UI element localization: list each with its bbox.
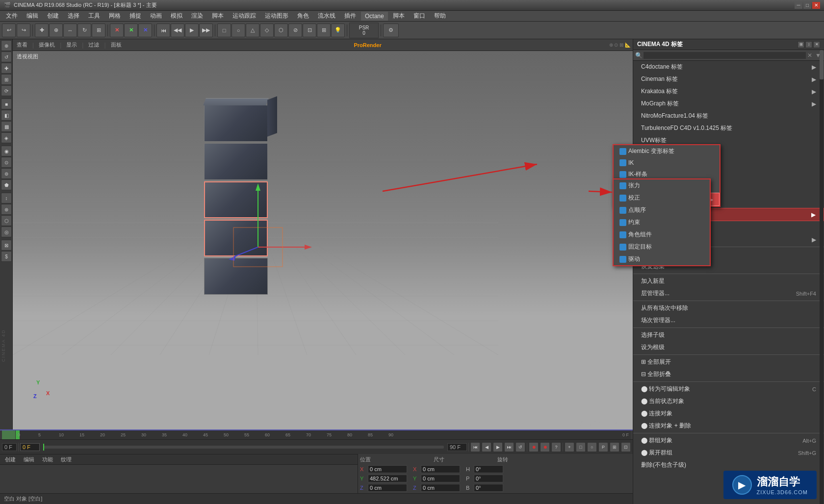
obj-btn-3[interactable]: △ xyxy=(246,24,259,37)
play-back-btn[interactable]: ◀◀ xyxy=(171,24,184,37)
pos-z-input[interactable] xyxy=(368,484,407,492)
left-btn-16[interactable]: ⬡ xyxy=(1,215,12,226)
tag-add-new[interactable]: 加入新星 xyxy=(633,275,824,287)
size-x-input[interactable] xyxy=(421,465,460,473)
timeline-btn[interactable]: ⊞ xyxy=(610,442,619,452)
pos-y-input[interactable] xyxy=(368,475,407,482)
kf-tab-func[interactable]: 功能 xyxy=(39,456,56,463)
menu-tools[interactable]: 工具 xyxy=(84,11,104,21)
search-input[interactable] xyxy=(643,51,806,59)
key-mode-btn[interactable]: □ xyxy=(576,442,586,452)
scale-button[interactable]: ↔ xyxy=(63,24,77,37)
menu-animate[interactable]: 动画 xyxy=(146,11,166,21)
sub2-fixed-target[interactable]: 固定目标 xyxy=(614,241,710,253)
vp-display[interactable]: 显示 xyxy=(64,41,79,49)
tag-cineman[interactable]: Cineman 标签▶ xyxy=(633,73,824,85)
go-start-btn[interactable]: ⏮ xyxy=(470,442,480,452)
loop-btn[interactable]: ↺ xyxy=(515,442,525,452)
menu-create[interactable]: 创建 xyxy=(43,11,63,21)
menu-script2[interactable]: 脚本 xyxy=(389,11,409,21)
menu-snap[interactable]: 捕捉 xyxy=(126,11,145,21)
menu-render[interactable]: 渲染 xyxy=(187,11,207,21)
left-btn-14[interactable]: ↕ xyxy=(1,193,12,203)
tag-scene-mgr[interactable]: 场次管理器... xyxy=(633,314,824,327)
tag-cur-state[interactable]: ⬤ 当前状态对象 xyxy=(633,395,824,407)
left-btn-19[interactable]: $ xyxy=(1,251,12,262)
sub2-point-order[interactable]: 点顺序 xyxy=(614,204,710,216)
close-button[interactable]: ✕ xyxy=(812,2,820,9)
menu-edit[interactable]: 编辑 xyxy=(23,11,42,21)
tag-c4doctane[interactable]: C4doctane 标签▶ xyxy=(633,61,824,73)
right-panel-scrollbar[interactable] xyxy=(820,50,824,504)
panel-btn-1[interactable]: ⊞ xyxy=(798,41,804,48)
play-end-btn[interactable]: ▶▶ xyxy=(199,24,213,37)
kf-tab-edit[interactable]: 编辑 xyxy=(21,456,37,463)
kf-tab-texture[interactable]: 纹理 xyxy=(58,456,75,463)
tag-select-child[interactable]: 选择子级 xyxy=(633,329,824,341)
obj-btn-8[interactable]: ⊞ xyxy=(317,24,331,37)
size-y-input[interactable] xyxy=(421,475,460,482)
render-settings-btn[interactable]: ⚙ xyxy=(383,24,399,37)
left-btn-12[interactable]: ⊚ xyxy=(1,168,12,179)
tag-connect-del[interactable]: ⬤ 连接对象 + 删除 xyxy=(633,420,824,432)
left-btn-4[interactable]: ⊞ xyxy=(1,74,12,85)
play-btn[interactable]: ⏮ xyxy=(156,24,170,37)
menu-pipeline[interactable]: 流水线 xyxy=(314,11,339,21)
tag-mograph[interactable]: MoGraph 标签▶ xyxy=(633,98,824,110)
menu-window[interactable]: 窗口 xyxy=(410,11,429,21)
vp-view[interactable]: 查看 xyxy=(15,41,29,49)
size-z-input[interactable] xyxy=(421,484,460,492)
play-fwd-btn[interactable]: ▶ xyxy=(185,24,199,37)
tag-set-root[interactable]: 设为根级 xyxy=(633,341,824,353)
motion-btn[interactable]: P xyxy=(598,442,608,452)
tag-expand-all[interactable]: ⊞ 全部展开 xyxy=(633,356,824,368)
obj-btn-9[interactable]: 💡 xyxy=(331,24,345,37)
sub-alembic[interactable]: Alembic 变形标签 xyxy=(614,145,720,157)
tag-krakatoa[interactable]: Krakatoa 标签▶ xyxy=(633,85,824,98)
settings-transport-btn[interactable]: ⊡ xyxy=(621,442,631,452)
left-btn-7[interactable]: ◧ xyxy=(1,110,12,121)
search-clear-icon[interactable]: ✕ xyxy=(807,52,814,59)
snap-to-key-btn[interactable]: + xyxy=(565,442,574,452)
menu-plugins[interactable]: 插件 xyxy=(340,11,360,21)
minimize-button[interactable]: ─ xyxy=(795,2,802,9)
left-btn-18[interactable]: ⊠ xyxy=(1,240,12,251)
tag-group[interactable]: ⬤ 群组对象Alt+G xyxy=(633,434,824,447)
kf-tab-create[interactable]: 创建 xyxy=(2,456,19,463)
menu-mograph[interactable]: 运动图形 xyxy=(261,11,292,21)
menu-mesh[interactable]: 网格 xyxy=(105,11,125,21)
play-fwd-btn[interactable]: ▶ xyxy=(493,442,503,452)
vp-filter[interactable]: 过滤 xyxy=(86,41,101,49)
transform-button[interactable]: ⊞ xyxy=(92,24,105,37)
left-btn-15[interactable]: ⊛ xyxy=(1,204,12,215)
redo-button[interactable]: ↪ xyxy=(17,24,30,37)
left-btn-9[interactable]: ◈ xyxy=(1,132,12,143)
auto-key-btn[interactable]: ⏺ xyxy=(540,442,550,452)
sub2-correct[interactable]: 校正 xyxy=(614,192,710,204)
tag-delete[interactable]: 删除(不包含子级) xyxy=(633,459,824,471)
panel-btn-3[interactable]: ✕ xyxy=(813,41,820,48)
panel-btn-2[interactable]: ↕ xyxy=(805,41,812,48)
key-help-btn[interactable]: ? xyxy=(551,442,561,452)
undo-button[interactable]: ↩ xyxy=(2,24,16,37)
rot-h-input[interactable] xyxy=(474,465,503,473)
y-axis-btn[interactable]: ✕ xyxy=(124,24,138,37)
pos-x-input[interactable] xyxy=(368,465,407,473)
left-btn-1[interactable]: ⊕ xyxy=(1,40,12,51)
menu-help[interactable]: 帮助 xyxy=(430,11,450,21)
left-btn-13[interactable]: ⬟ xyxy=(1,179,12,190)
vp-panel[interactable]: 面板 xyxy=(109,41,124,49)
obj-btn-5[interactable]: ⬡ xyxy=(274,24,288,37)
menu-select[interactable]: 选择 xyxy=(64,11,83,21)
menu-octane[interactable]: Octane xyxy=(361,12,388,21)
tag-layer-mgr[interactable]: 层管理器...Shift+F4 xyxy=(633,287,824,300)
record-btn[interactable]: ⏺ xyxy=(529,442,539,452)
obj-btn-4[interactable]: ◇ xyxy=(260,24,274,37)
left-btn-11[interactable]: ⊙ xyxy=(1,157,12,168)
z-axis-btn[interactable]: ✕ xyxy=(138,24,152,37)
menu-script[interactable]: 脚本 xyxy=(208,11,228,21)
tag-nitro[interactable]: NitroMoFracture1.04 标签 xyxy=(633,110,824,122)
menu-motiontrack[interactable]: 运动跟踪 xyxy=(229,11,260,21)
rot-p-input[interactable] xyxy=(474,475,503,482)
vp-prorender[interactable]: ProRender xyxy=(352,42,383,48)
